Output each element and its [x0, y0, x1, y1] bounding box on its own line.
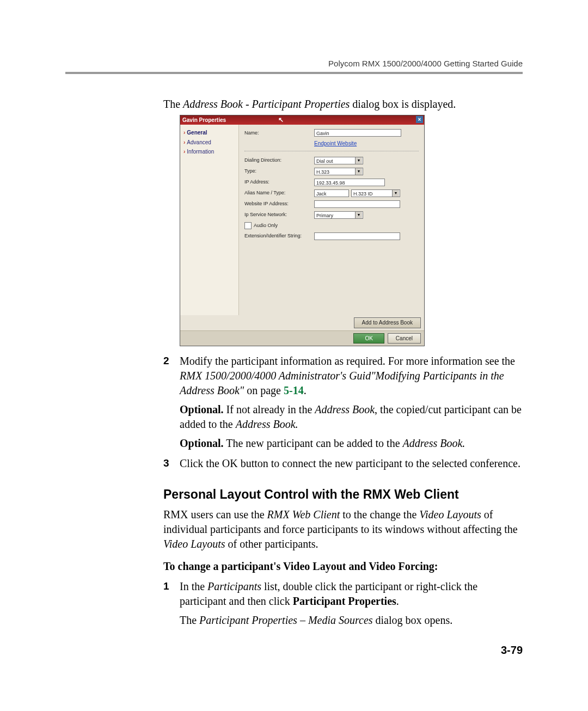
page-reference: 5-14: [284, 384, 304, 396]
ok-button[interactable]: OK: [353, 333, 384, 344]
section-heading: Personal Layout Control with the RMX Web…: [163, 486, 523, 503]
cancel-button[interactable]: Cancel: [388, 333, 421, 344]
document-page: Polycom RMX 1500/2000/4000 Getting Start…: [0, 0, 588, 711]
dialing-direction-label: Dialing Direction:: [244, 157, 314, 163]
audio-only-checkbox[interactable]: [244, 222, 252, 229]
alias-type-select[interactable]: H.323 ID: [351, 189, 400, 197]
name-label: Name:: [244, 130, 314, 136]
name-field[interactable]: Gavin: [314, 129, 401, 137]
chevron-right-icon: ›: [183, 149, 185, 155]
ip-address-label: IP Address:: [244, 179, 314, 185]
header-rule: [65, 72, 523, 74]
gavin-properties-dialog: Gavin Properties ↖ × ›General ›Advanced …: [180, 115, 425, 346]
dialog-main-panel: Name: Gavin Endpoint Website Dialing Dir…: [239, 125, 424, 315]
separator: [244, 151, 419, 151]
extension-field[interactable]: [314, 232, 400, 240]
chevron-right-icon: ›: [183, 139, 185, 145]
nav-item-advanced[interactable]: ›Advanced: [183, 139, 235, 146]
page-number: 3-79: [501, 644, 523, 657]
dialog-nav: ›General ›Advanced ›Information: [180, 125, 239, 315]
website-ip-label: Website IP Address:: [244, 200, 314, 207]
step-number: 2: [163, 354, 180, 398]
chevron-right-icon: ›: [183, 130, 185, 136]
procedure-subhead: To change a participant's Video Layout a…: [163, 559, 523, 574]
website-ip-field[interactable]: [314, 200, 400, 208]
alias-label: Alias Name / Type:: [244, 189, 314, 196]
step-2-optional-1: Optional. If not already in the Address …: [180, 402, 523, 432]
ip-address-field[interactable]: 192.33.45.98: [314, 179, 385, 186]
nav-item-information[interactable]: ›Information: [183, 148, 235, 156]
step-3-body: Click the OK button to connect the new p…: [180, 456, 523, 471]
step-2-body: Modify the participant information as re…: [180, 354, 523, 398]
step-number: 3: [163, 456, 180, 471]
ip-service-label: Ip Service Network:: [244, 211, 314, 218]
section-paragraph: RMX users can use the RMX Web Client to …: [163, 507, 523, 551]
proc-step-1: 1 In the Participants list, double click…: [163, 579, 523, 609]
cursor-icon: ↖: [278, 117, 285, 124]
dialog-footer-upper: Add to Address Book: [180, 315, 424, 330]
step-number: 1: [163, 579, 180, 609]
close-icon[interactable]: ×: [416, 116, 423, 123]
running-head: Polycom RMX 1500/2000/4000 Getting Start…: [328, 59, 523, 68]
dialing-direction-select[interactable]: Dial out: [314, 157, 363, 164]
endpoint-website-link[interactable]: Endpoint Website: [314, 140, 357, 148]
page-content: The Address Book - Participant Propertie…: [163, 97, 523, 628]
nav-item-general[interactable]: ›General: [183, 129, 235, 137]
dialog-screenshot: Gavin Properties ↖ × ›General ›Advanced …: [180, 115, 424, 346]
step-3: 3 Click the OK button to connect the new…: [163, 456, 523, 471]
extension-label: Extension/Identifier String:: [244, 232, 314, 239]
type-select[interactable]: H.323: [314, 168, 363, 175]
alias-name-field[interactable]: Jack: [314, 189, 349, 197]
dialog-body: ›General ›Advanced ›Information Name: Ga…: [180, 125, 424, 315]
intro-text: The Address Book - Participant Propertie…: [163, 97, 523, 112]
proc-step-1-follow: The Participant Properties – Media Sourc…: [180, 613, 523, 628]
audio-only-label: Audio Only: [254, 222, 278, 229]
step-2-optional-2: Optional. The new participant can be add…: [180, 436, 523, 451]
add-to-address-book-button[interactable]: Add to Address Book: [354, 317, 421, 328]
step-2: 2 Modify the participant information as …: [163, 354, 523, 398]
type-label: Type:: [244, 168, 314, 174]
dialog-title: Gavin Properties: [182, 117, 226, 123]
ip-service-select[interactable]: Primary: [314, 211, 363, 219]
proc-step-1-body: In the Participants list, double click t…: [180, 579, 523, 609]
dialog-footer: OK Cancel: [180, 330, 424, 346]
dialog-titlebar[interactable]: Gavin Properties ↖ ×: [180, 115, 424, 125]
